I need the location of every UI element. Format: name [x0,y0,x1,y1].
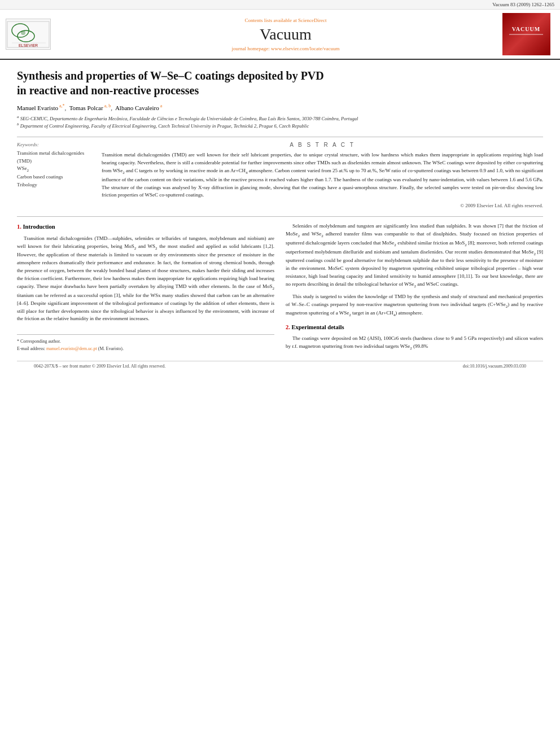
article-title: Synthesis and properties of W–Se–C coati… [17,68,543,98]
author-2: Tomas Polcar [69,104,103,111]
author-1: Manuel Evaristo [17,104,58,111]
author-3: Albano Cavaleiro [115,104,159,111]
issn-text: 0042-207X/$ – see front matter © 2009 El… [34,364,165,369]
right-column: Selenides of molybdenum and tungsten are… [286,222,543,355]
journal-header-center: Contents lists available at ScienceDirec… [79,13,492,55]
sciencedirect-link: Contents lists available at ScienceDirec… [245,18,327,23]
author-1-sup: a,* [58,103,65,108]
journal-header: ELSEVIER Contents lists available at Sci… [0,10,560,60]
footer-area: * Corresponding author. E-mail address: … [17,334,274,352]
svg-point-3 [21,30,25,35]
author-2-sup: a, b [103,103,111,108]
right-para-2: This study is targeted to widen the know… [286,293,543,318]
affiliations: a SEG-CEMUC, Departamento de Engenharia … [17,115,543,130]
journal-title: Vacuum [260,25,312,43]
divider-1 [17,137,543,137]
svg-text:ELSEVIER: ELSEVIER [19,43,38,47]
keywords-title: Keywords: [17,142,90,147]
keyword-2: WSe2 [17,165,90,173]
keywords-list: Transition metal dichalcogenides (TMD) W… [17,150,90,189]
journal-homepage: journal homepage: www.elsevier.com/locat… [232,46,340,51]
email-link[interactable]: manuel.evaristo@dem.uc.pt [46,346,97,351]
affiliation-b: b Department of Control Engineering, Fac… [17,122,543,130]
abstract-text: Transition metal dichalcogenides (TMD) a… [102,151,543,199]
corresponding-note: * Corresponding author. [17,338,274,345]
body-columns: 1. Introduction Transition metal dichalc… [17,222,543,355]
vacuum-cover-text: VACUUM [512,26,540,32]
section-2-heading: 2. Experimental details [286,323,543,332]
left-column: 1. Introduction Transition metal dichalc… [17,222,274,355]
abstract-label: A B S T R A C T [102,142,543,148]
copyright-line: © 2009 Elsevier Ltd. All rights reserved… [102,203,543,208]
homepage-url: www.elsevier.com/locate/vacuum [271,46,339,51]
elsevier-logo-area: ELSEVIER [6,13,73,55]
journal-cover-right: VACUUM [498,13,554,55]
keyword-1: Transition metal dichalcogenides (TMD) [17,150,90,165]
elsevier-logo: ELSEVIER [6,19,51,50]
main-content: Synthesis and properties of W–Se–C coati… [0,60,560,379]
sciencedirect-name: ScienceDirect [298,18,326,23]
section-2-num: 2. [286,324,290,330]
abstract-section: Keywords: Transition metal dichalcogenid… [17,142,543,208]
keyword-3: Carbon based coatings [17,173,90,181]
keyword-4: Tribology [17,181,90,189]
section-1-heading: 1. Introduction [17,222,274,231]
keywords-column: Keywords: Transition metal dichalcogenid… [17,142,90,208]
right-para-1: Selenides of molybdenum and tungsten are… [286,222,543,289]
right-para-3: The coatings were deposited on M2 (AISI)… [286,335,543,352]
elsevier-logo-graphic: ELSEVIER [6,19,51,50]
affiliation-a: a SEG-CEMUC, Departamento de Engenharia … [17,115,543,123]
volume-bar: Vacuum 83 (2009) 1262–1265 [0,0,560,10]
vacuum-cover-image: VACUUM [502,13,550,55]
email-note: E-mail address: manuel.evaristo@dem.uc.p… [17,346,274,352]
bottom-bar: 0042-207X/$ – see front matter © 2009 El… [17,361,543,371]
author-3-sup: a [159,103,163,108]
volume-info: Vacuum 83 (2009) 1262–1265 [492,2,554,7]
divider-2 [17,216,543,217]
section-1-num: 1. [17,224,21,230]
authors-line: Manuel Evaristo a,*, Tomas Polcar a, b, … [17,103,543,111]
homepage-label: journal homepage: [232,46,270,51]
abstract-column: A B S T R A C T Transition metal dichalc… [102,142,543,208]
intro-para-1: Transition metal dichalcogenides (TMD—su… [17,235,274,324]
contents-label: Contents lists available at [245,18,297,23]
doi-text: doi:10.1016/j.vacuum.2009.03.030 [463,364,526,369]
